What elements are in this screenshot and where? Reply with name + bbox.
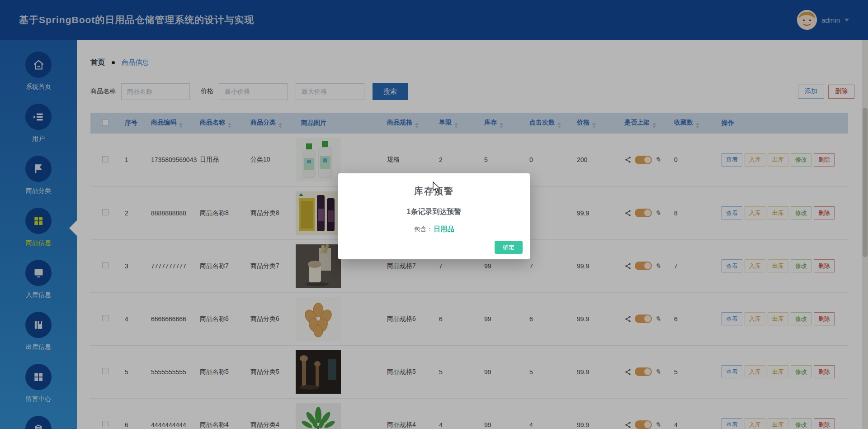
confirm-button[interactable]: 确定: [495, 241, 523, 254]
modal-contains-label: 包含：: [414, 225, 433, 233]
modal-contains: 包含：日用品: [338, 225, 530, 234]
modal-title: 库存预警: [338, 185, 530, 197]
stock-warning-modal: 库存预警 1条记录到达预警 包含：日用品 确定: [338, 173, 530, 259]
app: 基于SpringBoot的日用品仓储管理系统的设计与实现 admin 系统首页用…: [0, 0, 868, 429]
modal-contains-value: 日用品: [434, 225, 454, 233]
modal-message: 1条记录到达预警: [338, 207, 530, 217]
